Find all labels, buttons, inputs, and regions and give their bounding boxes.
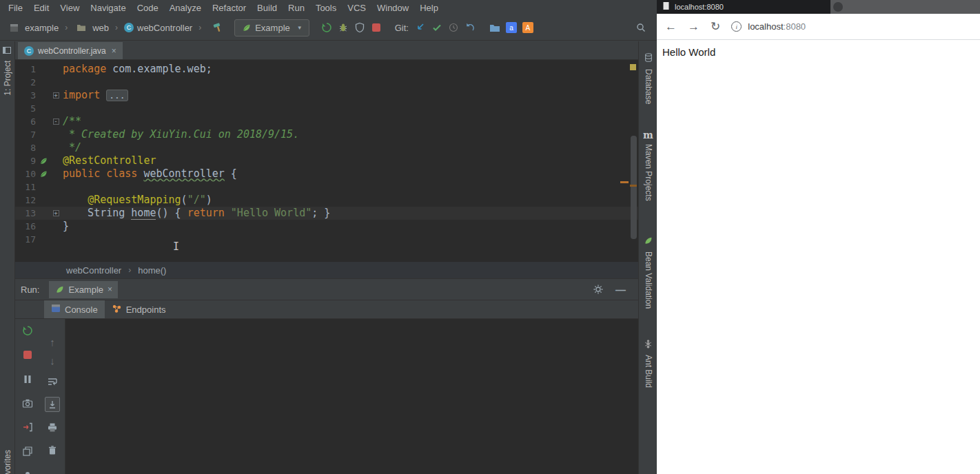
changes-folder-icon[interactable]: [487, 20, 502, 35]
code-line[interactable]: 6-/**: [15, 115, 638, 128]
browser-window: localhost:8080 ← → ↻ i localhost:8080 He…: [657, 0, 980, 474]
down-stacktrace-button[interactable]: ↓: [50, 356, 55, 367]
scroll-to-end-button[interactable]: [45, 397, 60, 412]
history-button[interactable]: [446, 20, 461, 35]
line-number: 10: [15, 167, 36, 181]
code-line[interactable]: 7 * Created by XiuYin.Cui on 2018/9/15.: [15, 128, 638, 141]
sidebar-item-database[interactable]: Database: [639, 52, 657, 104]
search-everywhere-icon[interactable]: [633, 20, 649, 35]
menu-item-help[interactable]: Help: [414, 3, 444, 13]
rerun-button[interactable]: [20, 323, 35, 338]
warning-stripe-mark: [630, 64, 636, 70]
rollback-button[interactable]: [462, 20, 478, 35]
menu-item-window[interactable]: Window: [371, 3, 414, 13]
fold-marker[interactable]: +: [51, 92, 61, 99]
pin-tab-button[interactable]: [20, 468, 35, 474]
fold-marker[interactable]: +: [51, 210, 61, 216]
code-line[interactable]: 3+import ...: [15, 89, 638, 102]
breadcrumb-label: web: [92, 23, 109, 33]
code-line[interactable]: 12 @RequestMapping("/"): [15, 194, 638, 207]
menu-item-vcs[interactable]: VCS: [342, 3, 371, 13]
sidebar-item-maven[interactable]: m Maven Projects: [639, 130, 657, 201]
spring-bean-gutter-icon[interactable]: [36, 170, 51, 178]
breadcrumb-class[interactable]: webController: [66, 265, 121, 276]
debug-button[interactable]: [336, 20, 351, 35]
menu-item-run[interactable]: Run: [283, 3, 310, 13]
menu-item-refactor[interactable]: Refactor: [207, 3, 252, 13]
sidebar-item-project[interactable]: 1: Project: [3, 61, 12, 96]
code-line[interactable]: 8 */: [15, 141, 638, 154]
git-update-button[interactable]: [413, 20, 428, 35]
restore-layout-button[interactable]: [20, 444, 35, 459]
intellij-window: FileEditViewNavigateCodeAnalyzeRefactorB…: [0, 0, 657, 474]
new-tab-button[interactable]: [833, 2, 843, 12]
menu-item-code[interactable]: Code: [132, 3, 164, 13]
sidebar-item-bean-validation[interactable]: Bean Validation: [639, 236, 657, 309]
code-line[interactable]: 16}: [15, 220, 638, 233]
reload-button[interactable]: ↻: [711, 21, 720, 32]
code-line[interactable]: 11: [15, 181, 638, 194]
address-bar[interactable]: i localhost:8080: [731, 21, 806, 32]
menu-item-build[interactable]: Build: [252, 3, 283, 13]
editor-tab[interactable]: C webController.java ×: [18, 42, 123, 59]
scrollbar-mark: [630, 185, 637, 187]
clear-all-trash-button[interactable]: [45, 442, 60, 457]
browser-navbar: ← → ↻ i localhost:8080: [657, 14, 980, 40]
code-line[interactable]: 13+ String home() { return "Hello World"…: [15, 207, 638, 220]
menu-item-navigate[interactable]: Navigate: [85, 3, 131, 13]
scrollbar-mark: [620, 181, 629, 183]
fold-marker[interactable]: -: [51, 118, 61, 125]
tab-console[interactable]: Console: [44, 300, 105, 318]
dump-threads-camera-button[interactable]: [20, 395, 35, 411]
git-commit-button[interactable]: [429, 20, 445, 35]
run-button[interactable]: [319, 20, 334, 35]
menu-item-view[interactable]: View: [54, 3, 85, 13]
breadcrumb-folder[interactable]: web: [72, 20, 111, 35]
tab-endpoints[interactable]: Endpoints: [105, 300, 173, 318]
hide-panel-icon[interactable]: —: [615, 284, 626, 296]
translate-plugin-alt-icon[interactable]: A: [520, 20, 535, 35]
code-editor[interactable]: 1package com.example.web;23+import ...56…: [15, 60, 638, 261]
code-line[interactable]: 17: [15, 233, 638, 246]
sidebar-item-ant-build[interactable]: Ant Build: [639, 339, 657, 388]
code-line[interactable]: 9@RestController: [15, 154, 638, 167]
back-button[interactable]: ←: [665, 21, 677, 32]
info-icon[interactable]: i: [731, 21, 742, 32]
coverage-button[interactable]: [352, 20, 367, 35]
gear-icon[interactable]: [591, 282, 606, 297]
code-line[interactable]: 1package com.example.web;: [15, 63, 638, 76]
editor-scrollbar[interactable]: [631, 136, 637, 239]
close-icon[interactable]: ×: [112, 46, 116, 56]
translate-plugin-icon[interactable]: a: [504, 20, 519, 35]
pause-output-button[interactable]: [20, 371, 35, 387]
code-line[interactable]: 5: [15, 102, 638, 115]
console-icon: [51, 304, 61, 315]
maven-icon: m: [643, 130, 653, 141]
build-hammer-icon[interactable]: [210, 20, 225, 35]
code-line[interactable]: 2: [15, 76, 638, 89]
code-line[interactable]: 10public class webController {: [15, 167, 638, 181]
breadcrumb-project[interactable]: example: [4, 20, 61, 35]
mouse-text-cursor: I: [173, 240, 181, 251]
stop-button[interactable]: [20, 347, 35, 362]
sidebar-item-favorites[interactable]: Favorites: [3, 450, 12, 474]
breadcrumb-class[interactable]: C webController: [122, 23, 194, 33]
exit-button[interactable]: [20, 420, 35, 435]
menu-item-edit[interactable]: Edit: [28, 3, 54, 13]
menu-item-tools[interactable]: Tools: [310, 3, 342, 13]
close-icon[interactable]: ×: [108, 285, 112, 294]
stop-button[interactable]: [369, 20, 384, 35]
console-output[interactable]: [65, 319, 638, 474]
soft-wrap-button[interactable]: [45, 374, 60, 389]
spring-bean-gutter-icon[interactable]: [36, 157, 51, 165]
menu-item-file[interactable]: File: [3, 3, 28, 13]
browser-tab[interactable]: localhost:8080: [657, 0, 830, 14]
run-panel-tab[interactable]: Example ×: [49, 281, 118, 298]
menu-item-analyze[interactable]: Analyze: [164, 3, 207, 13]
print-button[interactable]: [45, 420, 60, 435]
up-stacktrace-button[interactable]: ↑: [50, 337, 55, 348]
breadcrumb-method[interactable]: home(): [138, 265, 166, 276]
forward-button[interactable]: →: [688, 21, 700, 32]
run-configuration-select[interactable]: Example ▼: [234, 19, 309, 37]
chevron-down-icon: ▼: [297, 25, 303, 31]
